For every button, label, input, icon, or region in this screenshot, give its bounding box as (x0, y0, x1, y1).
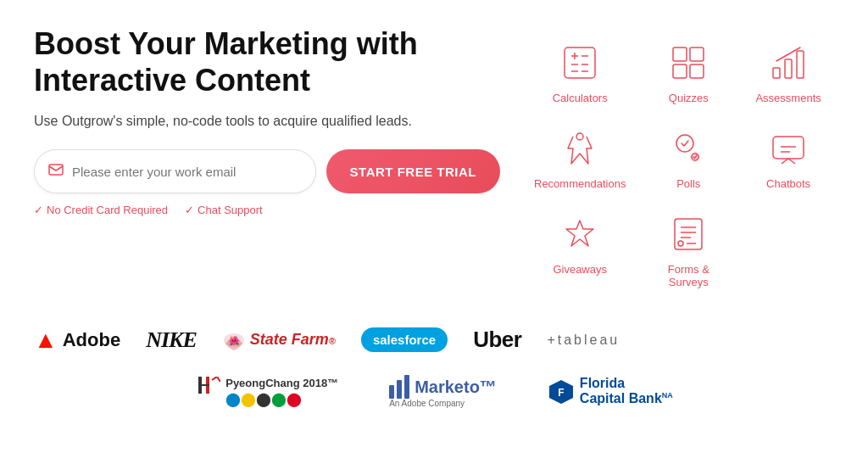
svg-rect-12 (690, 64, 704, 78)
email-input-wrapper[interactable] (34, 149, 316, 193)
feature-calculators[interactable]: Calculators (526, 34, 634, 111)
feature-recommendations[interactable]: Recommendations (526, 120, 634, 197)
pyeongchang-icon (195, 377, 220, 407)
svg-point-16 (576, 133, 583, 140)
sub-heading: Use Outgrow's simple, no-code tools to a… (34, 114, 500, 129)
olympics-rings: ⬤⬤⬤⬤⬤ (225, 391, 338, 407)
adobe-wordmark: Adobe (63, 329, 120, 351)
calculators-icon (558, 41, 602, 85)
marketo-bar-3 (404, 375, 409, 399)
main-heading: Boost Your Marketing with Interactive Co… (34, 25, 500, 98)
feature-assessments[interactable]: Assessments (743, 34, 834, 111)
page-container: Boost Your Marketing with Interactive Co… (0, 0, 868, 441)
feature-quizzes[interactable]: Quizzes (643, 34, 734, 111)
marketo-bar-1 (389, 385, 394, 399)
calculators-label: Calculators (553, 92, 608, 104)
logos-row-1: ▲ Adobe NIKE 🌺 State Farm® salesforce Ub… (34, 321, 834, 359)
recommendations-icon (558, 126, 602, 171)
svg-rect-19 (773, 137, 804, 159)
features-grid: Calculators Quizzes Assessments (526, 25, 834, 295)
logos-row-2: PyeongChang 2018™ ⬤⬤⬤⬤⬤ (34, 372, 834, 411)
logo-salesforce: salesforce (361, 321, 448, 359)
nike-wordmark: NIKE (146, 327, 197, 353)
marketo-inner: Marketo™ (389, 375, 497, 399)
no-credit-card-label: No Credit Card Required (47, 204, 168, 216)
chatbots-icon (766, 126, 810, 171)
chat-support-label: Chat Support (198, 204, 263, 216)
email-icon (48, 164, 64, 179)
quizzes-icon (666, 41, 710, 85)
forms-surveys-label: Forms & Surveys (651, 263, 726, 288)
svg-text:F: F (558, 387, 564, 399)
logo-adobe: ▲ Adobe (34, 321, 120, 359)
left-panel: Boost Your Marketing with Interactive Co… (34, 25, 526, 216)
salesforce-badge: salesforce (361, 327, 448, 352)
pyeongchang-inner: PyeongChang 2018™ ⬤⬤⬤⬤⬤ (195, 377, 338, 407)
fcb-wordmark-2: Capital BankNA (580, 391, 673, 406)
tableau-wordmark: +tableau (547, 333, 620, 348)
quizzes-label: Quizzes (669, 92, 709, 104)
logo-nike: NIKE (146, 321, 197, 359)
svg-text:🌺: 🌺 (229, 335, 240, 346)
chatbots-label: Chatbots (766, 177, 810, 190)
svg-rect-9 (673, 48, 687, 61)
assessments-icon (766, 41, 810, 85)
check-icon-1: ✓ (34, 204, 43, 216)
svg-point-17 (676, 135, 693, 152)
svg-point-26 (678, 241, 683, 246)
chat-support-meta: ✓ Chat Support (185, 204, 263, 216)
email-form: START FREE TRIAL (34, 149, 500, 193)
marketo-sub: An Adobe Company (389, 399, 465, 408)
pyeongchang-text: PyeongChang 2018™ (225, 377, 338, 389)
logos-section: ▲ Adobe NIKE 🌺 State Farm® salesforce Ub… (0, 312, 868, 441)
giveaways-label: Giveaways (553, 263, 607, 276)
feature-polls[interactable]: Polls (643, 120, 734, 197)
logo-florida-capital-bank: F Florida Capital BankNA (548, 372, 673, 411)
cta-button[interactable]: START FREE TRIAL (326, 149, 500, 193)
recommendations-label: Recommendations (534, 177, 626, 190)
logo-statefarm: 🌺 State Farm® (222, 321, 336, 359)
marketo-bar-2 (397, 380, 402, 399)
svg-rect-13 (773, 68, 780, 78)
statefarm-icon: 🌺 (222, 328, 246, 352)
feature-giveaways[interactable]: Giveaways (526, 205, 634, 295)
logo-pyeongchang: PyeongChang 2018™ ⬤⬤⬤⬤⬤ (195, 372, 338, 411)
no-credit-card-meta: ✓ No Credit Card Required (34, 204, 168, 216)
svg-rect-10 (690, 48, 704, 61)
top-section: Boost Your Marketing with Interactive Co… (0, 0, 868, 312)
fcb-wordmark: Florida (580, 376, 673, 391)
marketo-wordmark: Marketo™ (415, 378, 497, 397)
email-input[interactable] (72, 165, 302, 179)
pyeongchang-text-block: PyeongChang 2018™ ⬤⬤⬤⬤⬤ (225, 377, 338, 407)
svg-rect-0 (49, 165, 63, 175)
uber-wordmark: Uber (473, 327, 521, 353)
giveaways-icon (558, 212, 602, 256)
feature-forms-surveys[interactable]: Forms & Surveys (643, 205, 734, 295)
feature-chatbots[interactable]: Chatbots (743, 120, 834, 197)
logo-tableau: +tableau (547, 321, 620, 359)
assessments-label: Assessments (755, 92, 821, 104)
fcb-text-wrap: Florida Capital BankNA (580, 376, 673, 406)
form-meta: ✓ No Credit Card Required ✓ Chat Support (34, 204, 500, 216)
statefarm-wordmark: State Farm® (250, 331, 336, 349)
polls-label: Polls (676, 177, 700, 190)
svg-rect-14 (785, 59, 792, 78)
polls-icon (666, 126, 710, 171)
fcb-icon: F (548, 378, 575, 405)
svg-rect-15 (797, 51, 804, 78)
forms-surveys-icon (666, 212, 710, 256)
logo-uber: Uber (473, 321, 521, 359)
svg-rect-1 (565, 48, 595, 78)
marketo-bars-icon (389, 375, 409, 399)
logo-marketo: Marketo™ An Adobe Company (389, 372, 497, 411)
marketo-wrap: Marketo™ An Adobe Company (389, 375, 497, 408)
check-icon-2: ✓ (185, 204, 194, 216)
svg-rect-11 (673, 64, 687, 78)
adobe-icon: ▲ (34, 327, 58, 354)
